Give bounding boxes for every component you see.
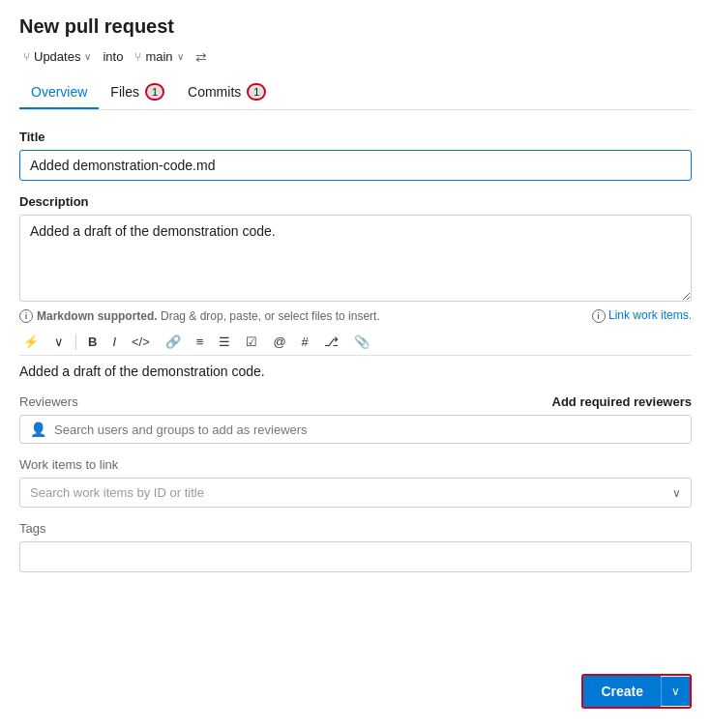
markdown-info-left: i Markdown supported. Drag & drop, paste… — [19, 309, 380, 323]
tab-files[interactable]: Files 1 — [99, 75, 176, 110]
reviewers-search-icon: 👤 — [30, 422, 46, 437]
source-branch-icon: ⑂ — [23, 50, 30, 64]
attachment-icon: 📎 — [354, 335, 370, 349]
pr-icon: ⎇ — [324, 335, 339, 349]
footer-row: Create ∨ — [0, 664, 711, 728]
toolbar-link-btn[interactable]: 🔗 — [162, 333, 185, 351]
toolbar-bold-btn[interactable]: B — [84, 333, 101, 351]
title-input[interactable] — [19, 150, 692, 181]
work-items-dropdown[interactable]: Search work items by ID or title ∨ — [19, 478, 692, 508]
unordered-list-icon: ☰ — [219, 335, 230, 349]
italic-icon: I — [112, 335, 116, 349]
create-button[interactable]: Create — [583, 676, 661, 707]
toolbar-attachment-btn[interactable]: 📎 — [350, 333, 373, 351]
form-section: Title Description Added a draft of the d… — [19, 130, 692, 572]
ordered-list-icon: ≡ — [196, 335, 204, 349]
source-branch-label: Updates — [34, 49, 80, 64]
target-branch-label: main — [145, 49, 172, 64]
tags-section: Tags — [19, 521, 692, 572]
toolbar-separator-1 — [75, 335, 76, 350]
tab-commits-badge: 1 — [247, 83, 266, 101]
reviewers-label: Reviewers — [19, 394, 78, 409]
markdown-info-icon: i — [19, 309, 33, 323]
reviewers-search-row[interactable]: 👤 — [19, 415, 692, 444]
create-dropdown-button[interactable]: ∨ — [661, 677, 690, 706]
toolbar: ⚡ ∨ B I </> 🔗 ≡ ☰ ☑ @ # ⎇ 📎 — [19, 329, 692, 356]
tags-label: Tags — [19, 521, 692, 536]
mention-icon: @ — [273, 335, 285, 349]
link-work-items-icon: i — [592, 309, 606, 323]
toolbar-pr-btn[interactable]: ⎇ — [320, 333, 342, 351]
toolbar-format-btn[interactable]: ⚡ — [19, 333, 43, 351]
description-label: Description — [19, 194, 692, 209]
link-work-items-link[interactable]: Link work items. — [608, 308, 692, 322]
target-branch-btn[interactable]: ⑂ main ∨ — [131, 47, 187, 66]
target-chevron-icon: ∨ — [177, 51, 184, 62]
tab-files-badge: 1 — [145, 83, 164, 101]
work-items-section: Work items to link Search work items by … — [19, 457, 692, 508]
main-content: Title Description Added a draft of the d… — [0, 110, 711, 664]
toolbar-heading-btn[interactable]: # — [298, 333, 312, 351]
toolbar-chevron-btn[interactable]: ∨ — [50, 333, 68, 351]
code-icon: </> — [132, 335, 150, 349]
reviewers-search-input[interactable] — [54, 422, 681, 437]
bold-icon: B — [88, 335, 97, 349]
chevron-icon: ∨ — [54, 335, 64, 349]
description-preview: Added a draft of the demonstration code. — [19, 364, 692, 379]
tab-commits[interactable]: Commits 1 — [176, 75, 278, 110]
tab-overview[interactable]: Overview — [19, 76, 99, 109]
tab-files-label: Files — [110, 84, 139, 100]
description-textarea[interactable]: Added a draft of the demonstration code. — [19, 215, 692, 302]
work-items-chevron-icon: ∨ — [672, 486, 681, 500]
markdown-info-right: i Link work items. — [592, 308, 692, 323]
link-icon: 🔗 — [165, 335, 181, 349]
source-branch-btn[interactable]: ⑂ Updates ∨ — [19, 47, 95, 66]
toolbar-ordered-list-btn[interactable]: ≡ — [193, 333, 208, 351]
toolbar-italic-btn[interactable]: I — [108, 333, 120, 351]
page-header: New pull request ⑂ Updates ∨ into ⑂ main… — [0, 0, 711, 110]
toolbar-unordered-list-btn[interactable]: ☰ — [215, 333, 234, 351]
toolbar-task-list-btn[interactable]: ☑ — [242, 333, 261, 351]
page-container: New pull request ⑂ Updates ∨ into ⑂ main… — [0, 0, 711, 728]
work-items-label: Work items to link — [19, 457, 692, 472]
create-dropdown-chevron-icon: ∨ — [671, 684, 680, 698]
title-label: Title — [19, 130, 692, 144]
swap-icon[interactable]: ⇄ — [195, 49, 207, 65]
into-label: into — [103, 49, 123, 64]
tab-overview-label: Overview — [31, 84, 87, 100]
reviewers-section: Reviewers Add required reviewers 👤 — [19, 394, 692, 444]
create-btn-group: Create ∨ — [581, 674, 692, 709]
tags-input[interactable] — [19, 541, 692, 572]
tab-commits-label: Commits — [188, 84, 241, 100]
reviewers-header: Reviewers Add required reviewers — [19, 394, 692, 409]
heading-icon: # — [302, 335, 309, 349]
toolbar-code-btn[interactable]: </> — [128, 333, 154, 351]
task-list-icon: ☑ — [246, 335, 257, 349]
page-title: New pull request — [19, 15, 692, 38]
add-reviewers-link[interactable]: Add required reviewers — [552, 394, 693, 409]
branch-row: ⑂ Updates ∨ into ⑂ main ∨ ⇄ — [19, 47, 692, 66]
markdown-info-row: i Markdown supported. Drag & drop, paste… — [19, 308, 692, 323]
toolbar-mention-btn[interactable]: @ — [269, 333, 289, 351]
target-branch-icon: ⑂ — [134, 50, 141, 64]
format-icon: ⚡ — [23, 335, 39, 349]
markdown-supported-text: Markdown supported. Drag & drop, paste, … — [37, 309, 380, 323]
work-items-placeholder: Search work items by ID or title — [30, 485, 204, 500]
tabs-row: Overview Files 1 Commits 1 — [19, 75, 692, 110]
source-chevron-icon: ∨ — [84, 51, 91, 62]
